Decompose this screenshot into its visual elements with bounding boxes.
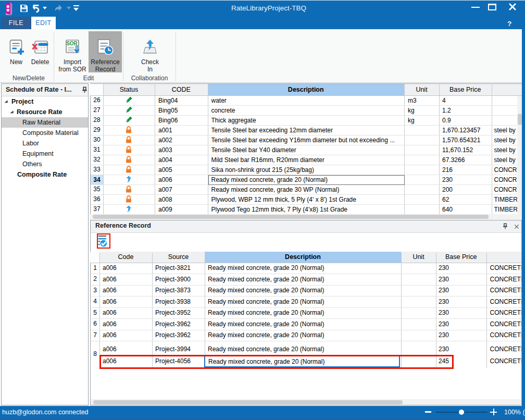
svg-text:SOR: SOR [66, 41, 78, 46]
